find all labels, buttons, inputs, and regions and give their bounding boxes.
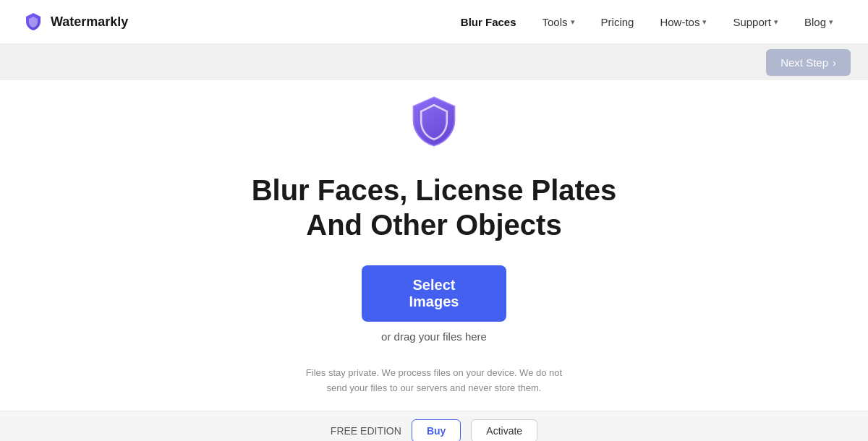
privacy-text: Files stay private. We process files on … [297, 366, 571, 396]
shield-icon [405, 95, 463, 155]
nav-links: Blur Faces Tools ▾ Pricing How-tos ▾ Sup… [449, 10, 845, 34]
buy-button[interactable]: Buy [412, 419, 461, 441]
logo-icon [23, 12, 43, 32]
toolbar: Next Step › [0, 44, 868, 80]
blog-chevron-icon: ▾ [829, 17, 833, 27]
select-images-button[interactable]: Select Images [362, 265, 506, 322]
nav-how-tos[interactable]: How-tos ▾ [648, 10, 718, 34]
main-content: Blur Faces, License Plates And Other Obj… [0, 80, 868, 411]
logo-text: Watermarkly [51, 14, 128, 30]
nav-tools[interactable]: Tools ▾ [531, 10, 587, 34]
drag-text: or drag your files here [381, 330, 487, 343]
nav-blog[interactable]: Blog ▾ [793, 10, 845, 34]
nav-blur-faces[interactable]: Blur Faces [449, 10, 528, 34]
navigation: Watermarkly Blur Faces Tools ▾ Pricing H… [0, 0, 868, 44]
next-step-chevron-icon: › [833, 56, 836, 69]
edition-label: FREE EDITION [331, 425, 401, 437]
main-title: Blur Faces, License Plates And Other Obj… [252, 173, 617, 242]
next-step-button[interactable]: Next Step › [766, 49, 851, 76]
tools-chevron-icon: ▾ [571, 17, 575, 27]
nav-pricing[interactable]: Pricing [590, 10, 646, 34]
nav-support[interactable]: Support ▾ [721, 10, 790, 34]
bottom-bar: FREE EDITION Buy Activate [0, 411, 868, 441]
how-tos-chevron-icon: ▾ [702, 17, 707, 27]
activate-button[interactable]: Activate [471, 419, 537, 441]
logo[interactable]: Watermarkly [23, 12, 128, 32]
support-chevron-icon: ▾ [774, 17, 778, 27]
